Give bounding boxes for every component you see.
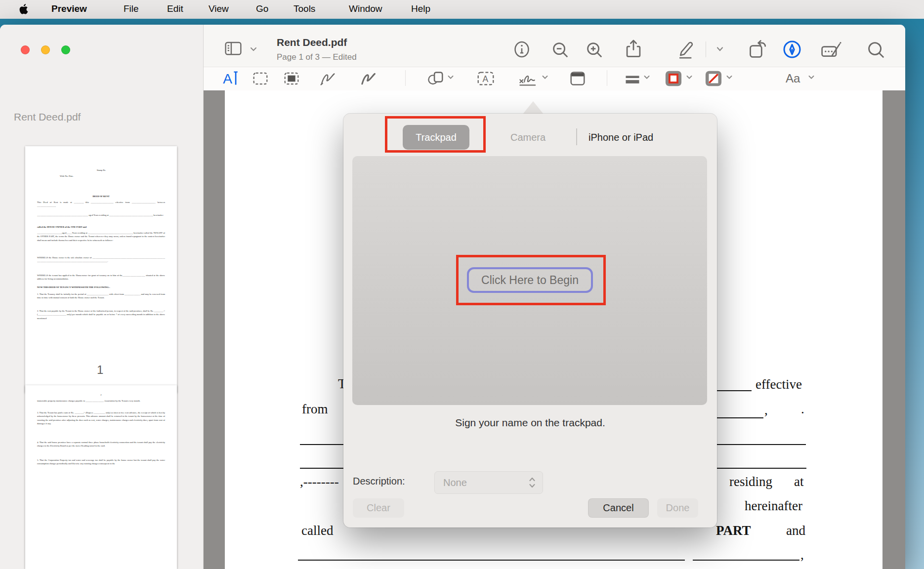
zoom-window-button[interactable] [61,45,70,54]
share-icon[interactable] [624,39,643,61]
doc-text: ,-------- [300,474,339,489]
tab-iphone[interactable]: iPhone or iPad [588,132,653,143]
doc-blank-line [300,444,343,445]
menu-item-file[interactable]: File [124,3,139,14]
shapes-tool-icon[interactable] [426,70,445,89]
annotation-rect-trackpad [385,116,486,153]
signature-instruction: Sign your name on the trackpad. [343,417,717,429]
description-value: None [435,477,467,488]
doc-text: from [302,402,328,417]
toolbar-divider [706,41,706,57]
rect-selection-tool-icon[interactable] [252,72,269,87]
signature-chevron-down-icon[interactable] [541,74,549,83]
fill-and-sign-icon[interactable] [820,41,845,61]
thumb-text: called the HOUSE OWNER of the ONE PART a… [37,225,165,229]
menu-item-view[interactable]: View [209,3,229,14]
shapes-chevron-down-icon[interactable] [446,74,455,83]
search-icon[interactable] [866,40,886,62]
doc-text: effective [756,377,802,392]
font-style-label[interactable]: Aa [786,72,800,85]
cancel-button-label: Cancel [603,502,633,514]
thumb-text: ______________________aged_____Years res… [37,231,165,242]
doc-blank-line [716,468,806,469]
doc-blank-line [716,417,763,418]
rotate-icon[interactable] [747,39,769,62]
text-selection-tool-icon[interactable]: A [221,70,239,89]
menu-item-window[interactable]: Window [349,3,382,14]
sidebar-chevron-down-icon[interactable] [249,46,258,55]
doc-text: . [801,402,804,417]
signature-tool-icon[interactable] [518,70,540,90]
thumb-text: 5. That the Corporation Property tax and… [37,458,165,466]
border-color-icon[interactable] [664,70,683,89]
border-color-chevron-down-icon[interactable] [685,74,694,83]
minimize-button[interactable] [41,45,50,54]
info-icon[interactable] [512,40,531,61]
thumb-text: ________________________________________… [37,213,165,217]
thumb-text: 2 [37,393,165,397]
doc-blank-line [693,560,799,561]
page-thumbnail-1[interactable]: Stamp Rs With No. Date. DEED OF RENT Thi… [25,146,177,393]
doc-text: hereinafter [745,498,802,514]
annotation-rect-begin [456,255,606,305]
signature-popover: Trackpad Camera iPhone or iPad Click Her… [343,114,717,528]
thumb-text: This Deed of Rent is made at ________, t… [37,201,165,208]
thumb-text: 3. That the Tenant has paid a sum of Rs.… [37,411,165,425]
menu-item-preview[interactable]: Preview [51,3,87,14]
doc-text: PART [716,523,751,538]
sketch-tool-icon[interactable] [319,70,337,89]
thumb-text: Stamp Rs [37,168,165,172]
text-box-tool-icon[interactable]: A [476,71,495,88]
note-tool-icon[interactable] [569,70,587,89]
thumb-text: DEED OF RENT [37,195,165,198]
thumb-text: With No. Date. [60,174,149,178]
doc-blank-line [716,390,752,391]
close-button[interactable] [21,45,30,54]
sidebar: Rent Deed.pdf Stamp Rs With No. Date. DE… [0,25,203,569]
doc-text: , [764,403,768,418]
clear-button[interactable]: Clear [353,498,404,518]
draw-tool-icon[interactable] [359,70,378,89]
doc-text: called [301,523,333,538]
description-dropdown[interactable]: None [434,471,543,494]
line-style-icon[interactable] [624,73,641,88]
markup-chevron-down-icon[interactable] [714,45,725,55]
clear-button-label: Clear [367,502,390,514]
zoom-out-icon[interactable] [551,41,570,61]
done-button[interactable]: Done [657,498,698,518]
menu-item-tools[interactable]: Tools [294,3,315,14]
thumb-text: immovable property maintenance charges p… [37,399,165,403]
fill-color-icon[interactable] [704,70,723,89]
done-button-label: Done [666,502,690,514]
line-style-chevron-down-icon[interactable] [642,74,651,83]
redact-tool-icon[interactable] [283,72,300,87]
autofill-pen-icon[interactable] [782,40,802,61]
menu-item-edit[interactable]: Edit [167,3,183,14]
doc-blank-line [300,468,343,469]
page-thumbnail-2[interactable]: 2 immovable property maintenance charges… [25,385,177,569]
window-subtitle: Page 1 of 3 — Edited [277,52,357,62]
doc-text: at [794,474,804,489]
apple-menu-icon[interactable] [19,3,30,18]
annotation-divider [405,70,406,86]
font-style-chevron-down-icon[interactable] [807,74,816,83]
fill-color-chevron-down-icon[interactable] [725,74,734,83]
signature-canvas[interactable]: Click Here to Begin [352,156,707,405]
menu-item-help[interactable]: Help [411,3,430,14]
thumb-text: 1. That the Tenancy shall be initially f… [37,292,165,300]
thumb-text: NOW THIS DEED OF TENANCY WITHNESSETH THE… [37,285,165,289]
tab-camera[interactable]: Camera [510,132,546,143]
tab-divider [576,128,577,145]
desktop: Preview File Edit View Go Tools Window H… [0,0,924,569]
doc-blank-line [298,560,685,561]
svg-text:A: A [223,71,232,86]
thumb-text: WHEREAS the House owner is the sole abso… [37,256,165,263]
sidebar-toggle-icon[interactable] [223,41,243,59]
annotation-divider [607,70,607,86]
markup-pencil-icon[interactable] [675,40,696,62]
zoom-in-icon[interactable] [585,41,604,61]
menu-item-go[interactable]: Go [256,3,268,14]
doc-text: and [786,523,805,538]
description-label: Description: [353,476,405,487]
cancel-button[interactable]: Cancel [588,498,649,518]
